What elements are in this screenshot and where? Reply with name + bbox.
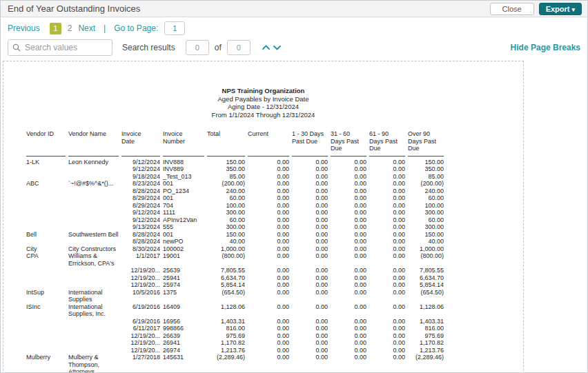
cell-id: ISInc: [26, 303, 66, 318]
export-button[interactable]: Export▾: [539, 3, 582, 15]
cell-current: 0.00: [248, 231, 289, 239]
cell-d90: 0.00: [369, 202, 405, 210]
cell-current: 0.00: [248, 332, 289, 340]
cell-total: 85.00: [207, 173, 245, 181]
cell-total: (2,289.46): [207, 354, 245, 372]
cell-id: ABC: [26, 180, 66, 188]
cell-name: [68, 165, 119, 173]
cell-current: 0.00: [248, 216, 289, 224]
cell-d90: 0.00: [369, 281, 405, 289]
cell-current: 0.00: [248, 303, 289, 318]
cell-id: [26, 267, 66, 274]
cell-name: [68, 194, 119, 202]
cell-date: 8/29/2024: [121, 202, 160, 210]
cell-current: 0.00: [248, 252, 289, 267]
search-input[interactable]: [25, 43, 108, 52]
cell-d30: 0.00: [292, 325, 328, 332]
search-icon: [12, 43, 21, 52]
cell-d30: 0.00: [292, 194, 328, 202]
cell-current: 0.00: [248, 347, 289, 354]
cell-d60: 0.00: [331, 347, 366, 354]
report-canvas: NPS Training Organization Aged Payables …: [1, 59, 587, 372]
cell-id: Mulberry: [26, 354, 66, 372]
cell-date: 6/11/2017: [121, 325, 160, 332]
cell-d30: 0.00: [292, 281, 328, 289]
cell-over90: 5,854.14: [408, 281, 444, 289]
cell-date: 9/12/2024: [121, 216, 160, 224]
cell-over90: (800.00): [408, 252, 444, 267]
cell-id: [26, 325, 66, 332]
cell-name: [68, 216, 119, 224]
cell-name: [68, 188, 119, 195]
cell-d60: 0.00: [331, 252, 366, 267]
cell-date: 1/1/2017: [121, 252, 160, 267]
total-results-input[interactable]: [227, 40, 251, 55]
cell-d60: 0.00: [331, 223, 366, 231]
cell-d60: 0.00: [331, 188, 366, 195]
cell-id: [26, 173, 66, 181]
next-page-link[interactable]: Next: [78, 23, 95, 33]
cell-d90: 0.00: [369, 194, 405, 202]
cell-current: 0.00: [248, 354, 289, 372]
cell-number: 998866: [163, 325, 204, 332]
report-date-range: From 1/1/2024 Through 12/31/2024: [3, 111, 523, 119]
cell-date: 6/19/2016: [121, 303, 160, 318]
current-result-input[interactable]: [186, 40, 209, 55]
cell-d30: 0.00: [292, 339, 328, 347]
report-header: NPS Training Organization Aged Payables …: [3, 87, 523, 119]
search-box[interactable]: [8, 39, 112, 56]
cell-total: 975.69: [207, 332, 245, 340]
of-label: of: [215, 43, 222, 52]
cell-over90: 240.00: [408, 188, 444, 195]
cell-d30: 0.00: [292, 274, 328, 282]
cell-id: [26, 223, 66, 231]
cell-name: [68, 267, 119, 274]
report-aging-date: Aging Date - 12/31/2024: [3, 103, 523, 111]
invoice-row: 12/19/20...259416,634.700.000.000.000.00…: [26, 274, 444, 282]
hide-page-breaks-link[interactable]: Hide Page Breaks: [511, 43, 580, 52]
cell-d30: 0.00: [292, 202, 328, 210]
cell-current: 0.00: [248, 173, 289, 181]
cell-d60: 0.00: [331, 245, 366, 253]
chevron-down-icon[interactable]: [273, 43, 282, 52]
cell-total: 60.00: [207, 194, 245, 202]
cell-number: 16409: [163, 303, 204, 318]
previous-page-link[interactable]: Previous: [8, 23, 40, 33]
cell-d90: 0.00: [369, 209, 405, 216]
cell-number: 16956: [163, 318, 204, 325]
cell-id: [26, 274, 66, 282]
cell-total: 240.00: [207, 188, 245, 195]
cell-total: 40.00: [207, 238, 245, 245]
close-button[interactable]: Close: [490, 3, 534, 15]
cell-date: 1/27/2018: [121, 354, 160, 372]
cell-number: INV888: [163, 157, 204, 166]
cell-d90: 0.00: [369, 325, 405, 332]
cell-current: 0.00: [248, 325, 289, 332]
cell-over90: 300.00: [408, 209, 444, 216]
cell-d30: 0.00: [292, 209, 328, 216]
cell-d90: 0.00: [369, 231, 405, 239]
cell-over90: 350.00: [408, 165, 444, 173]
cell-over90: 60.00: [408, 216, 444, 224]
cell-d30: 0.00: [292, 318, 328, 325]
goto-page-input[interactable]: [164, 21, 185, 35]
cell-number: _Test_013: [163, 173, 204, 181]
cell-over90: 6,634.70: [408, 274, 444, 282]
cell-current: 0.00: [248, 209, 289, 216]
page-button-current[interactable]: 1: [50, 23, 61, 34]
invoice-row: 12/19/20...269741,213.760.000.000.000.00…: [26, 347, 444, 354]
cell-name: Mulberry & Thompson, Attorneys: [68, 354, 119, 372]
cell-d90: 0.00: [369, 245, 405, 253]
chevron-up-icon[interactable]: [262, 43, 271, 52]
cell-over90: 975.69: [408, 332, 444, 340]
cell-name: [68, 173, 119, 181]
cell-d60: 0.00: [331, 339, 366, 347]
cell-name: [68, 339, 119, 347]
page-button-2[interactable]: 2: [68, 23, 72, 33]
cell-name: [68, 223, 119, 231]
cell-over90: 1,403.31: [408, 318, 444, 325]
cell-d90: 0.00: [369, 274, 405, 282]
cell-total: 7,805.55: [207, 267, 245, 274]
cell-name: Southwestern Bell: [68, 231, 119, 239]
cell-total: 150.00: [207, 157, 245, 166]
